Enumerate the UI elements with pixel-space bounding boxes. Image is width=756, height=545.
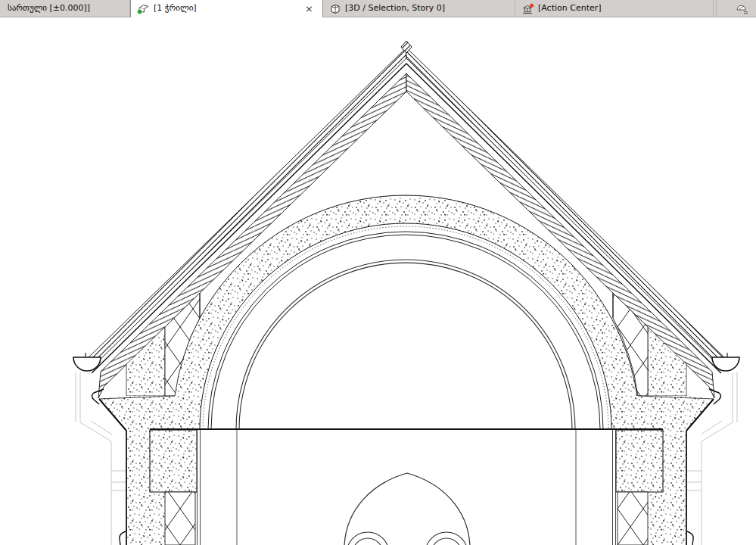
tab-story[interactable]: სართული [±0.000]] bbox=[0, 0, 130, 17]
action-center-icon bbox=[521, 3, 534, 14]
viewpoint-tab-bar: სართული [±0.000]] [1 ჭრილი] × [3D / Sele… bbox=[0, 0, 756, 17]
section-drawing-canvas[interactable] bbox=[0, 17, 756, 545]
pier-fill-right bbox=[618, 492, 648, 545]
tab-overview-icon bbox=[735, 2, 750, 14]
tab-overview-button[interactable] bbox=[716, 0, 756, 17]
tab-3d[interactable]: [3D / Selection, Story 0] bbox=[323, 0, 515, 17]
tab-section-active[interactable]: [1 ჭრილი] × bbox=[130, 0, 323, 17]
tab-section-label: [1 ჭრილი] bbox=[154, 3, 197, 13]
pier-fill-left bbox=[165, 492, 195, 545]
arch-footing-left bbox=[150, 430, 197, 492]
tab-story-label: სართული [±0.000]] bbox=[8, 3, 90, 13]
drawing-area bbox=[0, 17, 756, 545]
tab-action-center[interactable]: [Action Center] bbox=[515, 0, 714, 17]
3d-window-icon bbox=[329, 3, 341, 14]
tab-3d-label: [3D / Selection, Story 0] bbox=[345, 3, 445, 13]
section-viewpoint-icon bbox=[137, 3, 150, 14]
tab-close-icon[interactable]: × bbox=[302, 4, 316, 14]
arch-footing-right bbox=[616, 430, 663, 492]
tab-action-center-label: [Action Center] bbox=[538, 3, 602, 13]
